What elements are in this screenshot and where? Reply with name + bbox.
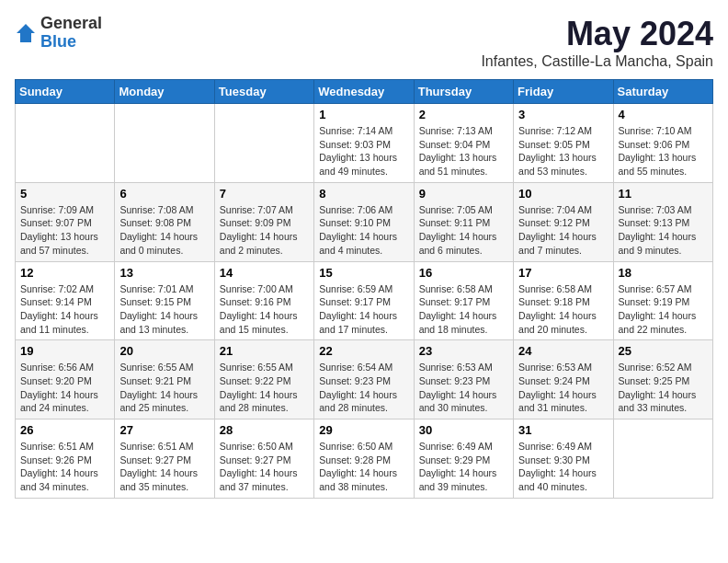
day-info: Sunrise: 7:00 AM Sunset: 9:16 PM Dayligh… [220,282,309,337]
logo-blue: Blue [40,33,102,52]
day-info: Sunrise: 6:58 AM Sunset: 9:17 PM Dayligh… [419,282,508,337]
day-number: 27 [119,423,209,437]
day-number: 22 [319,344,408,358]
day-number: 14 [220,266,309,280]
calendar: SundayMondayTuesdayWednesdayThursdayFrid… [15,79,713,499]
day-number: 6 [119,187,209,201]
calendar-week-row: 19Sunrise: 6:56 AM Sunset: 9:20 PM Dayli… [16,340,713,419]
day-of-week-header: Thursday [414,80,513,104]
calendar-cell [214,104,313,183]
day-info: Sunrise: 6:50 AM Sunset: 9:28 PM Dayligh… [319,440,408,494]
day-info: Sunrise: 6:55 AM Sunset: 9:22 PM Dayligh… [220,361,309,415]
day-number: 24 [518,344,608,358]
calendar-body: 1Sunrise: 7:14 AM Sunset: 9:03 PM Daylig… [16,104,713,499]
day-of-week-header: Friday [514,80,613,104]
day-info: Sunrise: 6:59 AM Sunset: 9:17 PM Dayligh… [319,282,408,337]
calendar-header: SundayMondayTuesdayWednesdayThursdayFrid… [16,80,713,104]
day-number: 15 [319,266,408,280]
day-number: 29 [319,423,408,437]
calendar-cell: 8Sunrise: 7:06 AM Sunset: 9:10 PM Daylig… [314,182,414,261]
calendar-cell: 2Sunrise: 7:13 AM Sunset: 9:04 PM Daylig… [414,104,513,183]
day-number: 20 [119,344,209,358]
day-number: 9 [419,187,508,201]
calendar-cell [115,104,214,183]
day-of-week-header: Monday [115,80,214,104]
month-title: May 2024 [481,15,713,53]
day-info: Sunrise: 6:49 AM Sunset: 9:29 PM Dayligh… [419,440,508,494]
day-info: Sunrise: 7:03 AM Sunset: 9:13 PM Dayligh… [619,203,708,258]
day-info: Sunrise: 7:01 AM Sunset: 9:15 PM Dayligh… [119,282,209,337]
day-of-week-header: Wednesday [314,80,414,104]
day-info: Sunrise: 6:51 AM Sunset: 9:27 PM Dayligh… [119,440,209,494]
calendar-cell: 23Sunrise: 6:53 AM Sunset: 9:23 PM Dayli… [414,340,513,419]
calendar-week-row: 12Sunrise: 7:02 AM Sunset: 9:14 PM Dayli… [16,261,713,340]
logo-general: General [40,15,102,33]
day-info: Sunrise: 7:10 AM Sunset: 9:06 PM Dayligh… [619,124,708,178]
day-info: Sunrise: 6:57 AM Sunset: 9:19 PM Dayligh… [619,282,708,337]
day-number: 21 [220,344,309,358]
calendar-cell: 4Sunrise: 7:10 AM Sunset: 9:06 PM Daylig… [613,104,712,183]
day-info: Sunrise: 6:54 AM Sunset: 9:23 PM Dayligh… [319,361,408,415]
day-info: Sunrise: 6:52 AM Sunset: 9:25 PM Dayligh… [619,361,708,415]
logo-icon [15,22,37,44]
day-info: Sunrise: 7:08 AM Sunset: 9:08 PM Dayligh… [119,203,209,258]
day-number: 5 [20,187,109,201]
calendar-cell: 28Sunrise: 6:50 AM Sunset: 9:27 PM Dayli… [214,419,313,499]
calendar-cell: 14Sunrise: 7:00 AM Sunset: 9:16 PM Dayli… [214,261,313,340]
day-info: Sunrise: 6:50 AM Sunset: 9:27 PM Dayligh… [220,440,309,494]
calendar-cell: 6Sunrise: 7:08 AM Sunset: 9:08 PM Daylig… [115,182,214,261]
calendar-cell: 19Sunrise: 6:56 AM Sunset: 9:20 PM Dayli… [16,340,115,419]
day-info: Sunrise: 7:02 AM Sunset: 9:14 PM Dayligh… [20,282,109,337]
calendar-week-row: 1Sunrise: 7:14 AM Sunset: 9:03 PM Daylig… [16,104,713,183]
calendar-cell: 7Sunrise: 7:07 AM Sunset: 9:09 PM Daylig… [214,182,313,261]
day-number: 2 [419,108,508,121]
calendar-cell [613,419,712,499]
day-number: 30 [419,423,508,437]
day-info: Sunrise: 6:53 AM Sunset: 9:23 PM Dayligh… [419,361,508,415]
calendar-cell: 16Sunrise: 6:58 AM Sunset: 9:17 PM Dayli… [414,261,513,340]
day-info: Sunrise: 7:04 AM Sunset: 9:12 PM Dayligh… [518,203,608,258]
calendar-cell: 15Sunrise: 6:59 AM Sunset: 9:17 PM Dayli… [314,261,414,340]
svg-marker-0 [17,24,35,42]
day-info: Sunrise: 7:05 AM Sunset: 9:11 PM Dayligh… [419,203,508,258]
calendar-cell: 31Sunrise: 6:49 AM Sunset: 9:30 PM Dayli… [514,419,613,499]
calendar-cell: 26Sunrise: 6:51 AM Sunset: 9:26 PM Dayli… [16,419,115,499]
day-info: Sunrise: 7:07 AM Sunset: 9:09 PM Dayligh… [220,203,309,258]
day-info: Sunrise: 6:53 AM Sunset: 9:24 PM Dayligh… [518,361,608,415]
day-number: 17 [518,266,608,280]
header-row: SundayMondayTuesdayWednesdayThursdayFrid… [16,80,713,104]
calendar-cell: 27Sunrise: 6:51 AM Sunset: 9:27 PM Dayli… [115,419,214,499]
day-number: 8 [319,187,408,201]
day-info: Sunrise: 6:55 AM Sunset: 9:21 PM Dayligh… [119,361,209,415]
calendar-cell: 21Sunrise: 6:55 AM Sunset: 9:22 PM Dayli… [214,340,313,419]
title-block: May 2024 Infantes, Castille-La Mancha, S… [481,15,713,70]
calendar-week-row: 5Sunrise: 7:09 AM Sunset: 9:07 PM Daylig… [16,182,713,261]
page-header: General Blue May 2024 Infantes, Castille… [15,15,713,70]
day-number: 16 [419,266,508,280]
calendar-cell: 3Sunrise: 7:12 AM Sunset: 9:05 PM Daylig… [514,104,613,183]
day-number: 13 [119,266,209,280]
day-number: 10 [518,187,608,201]
day-info: Sunrise: 7:06 AM Sunset: 9:10 PM Dayligh… [319,203,408,258]
calendar-cell: 13Sunrise: 7:01 AM Sunset: 9:15 PM Dayli… [115,261,214,340]
day-number: 23 [419,344,508,358]
day-number: 19 [20,344,109,358]
calendar-cell: 12Sunrise: 7:02 AM Sunset: 9:14 PM Dayli… [16,261,115,340]
day-info: Sunrise: 7:12 AM Sunset: 9:05 PM Dayligh… [518,124,608,178]
day-number: 7 [220,187,309,201]
calendar-cell: 20Sunrise: 6:55 AM Sunset: 9:21 PM Dayli… [115,340,214,419]
day-info: Sunrise: 7:13 AM Sunset: 9:04 PM Dayligh… [419,124,508,178]
day-of-week-header: Tuesday [214,80,313,104]
day-of-week-header: Sunday [16,80,115,104]
calendar-cell: 25Sunrise: 6:52 AM Sunset: 9:25 PM Dayli… [613,340,712,419]
calendar-cell: 18Sunrise: 6:57 AM Sunset: 9:19 PM Dayli… [613,261,712,340]
calendar-cell: 30Sunrise: 6:49 AM Sunset: 9:29 PM Dayli… [414,419,513,499]
calendar-cell: 17Sunrise: 6:58 AM Sunset: 9:18 PM Dayli… [514,261,613,340]
day-number: 18 [619,266,708,280]
day-info: Sunrise: 6:49 AM Sunset: 9:30 PM Dayligh… [518,440,608,494]
day-number: 3 [518,108,608,121]
calendar-cell: 29Sunrise: 6:50 AM Sunset: 9:28 PM Dayli… [314,419,414,499]
day-number: 26 [20,423,109,437]
day-info: Sunrise: 6:56 AM Sunset: 9:20 PM Dayligh… [20,361,109,415]
calendar-cell: 11Sunrise: 7:03 AM Sunset: 9:13 PM Dayli… [613,182,712,261]
